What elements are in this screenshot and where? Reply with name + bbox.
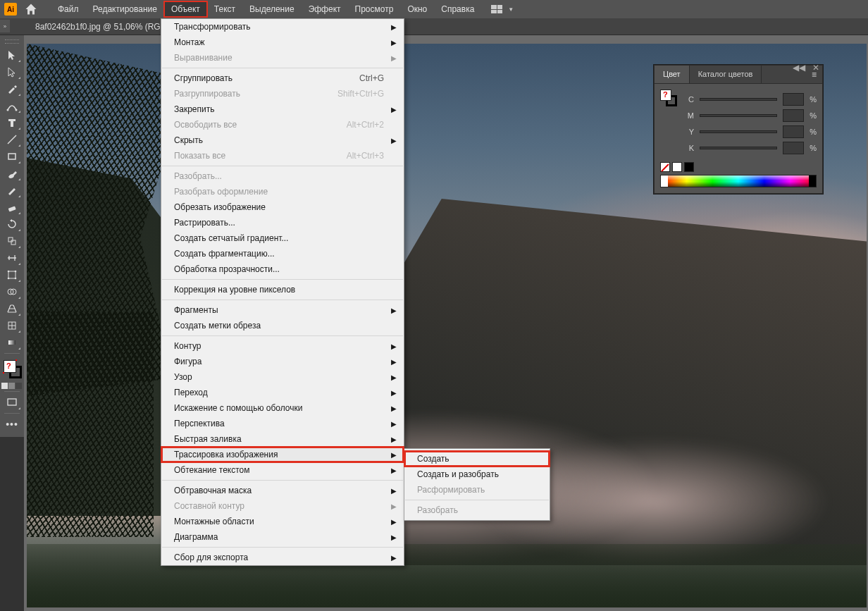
black-swatch[interactable] (684, 162, 694, 172)
slider-label: C (686, 95, 694, 104)
tool-rotate[interactable] (2, 216, 22, 233)
menu-item-закрепить[interactable]: Закрепить▶ (161, 101, 404, 117)
menu-item-обработка-прозрачности-[interactable]: Обработка прозрачности... (161, 261, 404, 277)
menu-эффект[interactable]: Эффект (302, 1, 348, 17)
slider-y[interactable]: Y% (686, 125, 817, 138)
menu-item-фигура[interactable]: Фигура▶ (161, 354, 404, 369)
tool-shape-builder[interactable] (2, 283, 22, 300)
screen-mode[interactable] (2, 394, 22, 411)
menu-текст[interactable]: Текст (207, 1, 242, 17)
slider-k[interactable]: K% (686, 142, 817, 154)
menu-item-создать-сетчатый-градиент-[interactable]: Создать сетчатый градиент... (161, 230, 404, 246)
tool-selection[interactable] (2, 47, 22, 63)
menu-объект[interactable]: Объект (164, 1, 207, 17)
svg-rect-3 (8, 206, 16, 211)
slider-value[interactable] (783, 125, 804, 138)
draw-mode-icons[interactable] (1, 383, 23, 389)
tool-perspective[interactable] (2, 300, 22, 317)
document-tab[interactable]: 8af02462b1f0.jpg @ 51,06% (RGB/ (27, 20, 177, 34)
tool-eraser[interactable] (2, 199, 22, 216)
menu-item-искажение-с-помощью-оболочки[interactable]: Искажение с помощью оболочки▶ (161, 400, 404, 416)
workspace-switcher[interactable]: ▼ (491, 5, 514, 13)
tool-line[interactable] (2, 131, 22, 148)
tool-width[interactable] (2, 249, 22, 266)
tool-pencil[interactable] (2, 182, 22, 199)
submenu-item-создать[interactable]: Создать (404, 451, 550, 467)
menu-item-сгруппировать[interactable]: СгруппироватьCtrl+G (161, 70, 404, 86)
tool-type[interactable] (2, 114, 22, 131)
menu-item-разгруппировать: РазгруппироватьShift+Ctrl+G (161, 86, 404, 101)
panel-collapse-icon[interactable]: ◀◀ (793, 63, 805, 73)
fill-stroke-swatch[interactable] (660, 90, 677, 106)
menu-item-трансформировать[interactable]: Трансформировать▶ (161, 19, 404, 35)
document-tabbar: 8af02462b1f0.jpg @ 51,06% (RGB/ (0, 18, 868, 35)
slider-c[interactable]: C% (686, 93, 817, 106)
menu-item-быстрая-заливка[interactable]: Быстрая заливка▶ (161, 431, 404, 447)
menu-просмотр[interactable]: Просмотр (348, 1, 401, 17)
edit-toolbar[interactable]: ••• (2, 416, 22, 433)
fill-stroke-indicator[interactable]: ? (2, 359, 22, 378)
tool-rectangle[interactable] (2, 148, 22, 165)
submenu-arrow-icon: ▶ (391, 39, 397, 47)
menu-item-трассировка-изображения[interactable]: Трассировка изображения▶ (161, 447, 404, 462)
menu-справка[interactable]: Справка (434, 1, 481, 17)
tool-scale[interactable] (2, 233, 22, 249)
tool-free-transform[interactable] (2, 266, 22, 283)
menu-item-контур[interactable]: Контур▶ (161, 338, 404, 354)
submenu-arrow-icon: ▶ (391, 23, 397, 31)
tool-mesh[interactable] (2, 317, 22, 334)
menu-item-растрировать-[interactable]: Растрировать... (161, 215, 404, 230)
menu-item-скрыть[interactable]: Скрыть▶ (161, 132, 404, 148)
slider-track[interactable] (700, 147, 777, 149)
menu-item-обрезать-изображение[interactable]: Обрезать изображение (161, 199, 404, 215)
menu-редактирование[interactable]: Редактирование (86, 1, 164, 17)
slider-label: K (686, 144, 694, 152)
menu-item-диаграмма[interactable]: Диаграмма▶ (161, 529, 404, 545)
color-tab[interactable]: Цвет (655, 66, 690, 83)
tool-direct-selection[interactable] (2, 63, 22, 80)
tool-brush[interactable] (2, 165, 22, 182)
submenu-arrow-icon: ▶ (391, 502, 397, 510)
menu-item-создать-фрагментацию-[interactable]: Создать фрагментацию... (161, 246, 404, 261)
slider-track[interactable] (700, 98, 777, 101)
tool-gradient[interactable] (2, 334, 22, 351)
menu-item-составной-контур: Составной контур▶ (161, 498, 404, 514)
home-icon[interactable] (24, 2, 38, 16)
menu-item-обтекание-текстом[interactable]: Обтекание текстом▶ (161, 462, 404, 478)
menu-item-обтравочная-маска[interactable]: Обтравочная маска▶ (161, 483, 404, 498)
submenu-item-создать-и-разобрать[interactable]: Создать и разобрать (404, 467, 550, 482)
menu-окно[interactable]: Окно (400, 1, 434, 17)
color-panel[interactable]: ◀◀✕ Цвет Каталог цветов ≡ C%M%Y%K% (654, 65, 823, 194)
menu-item-монтаж[interactable]: Монтаж▶ (161, 35, 404, 50)
color-guide-tab[interactable]: Каталог цветов (690, 66, 762, 83)
menu-item-перспектива[interactable]: Перспектива▶ (161, 416, 404, 431)
slider-value[interactable] (783, 109, 804, 122)
slider-track[interactable] (700, 130, 777, 133)
slider-value[interactable] (783, 142, 804, 154)
menu-item-создать-метки-обреза[interactable]: Создать метки обреза (161, 318, 404, 333)
menu-item-коррекция-на-уровне-пикселов[interactable]: Коррекция на уровне пикселов (161, 282, 404, 297)
menu-item-сбор-для-экспорта[interactable]: Сбор для экспорта▶ (161, 550, 404, 565)
object-menu-dropdown: Трансформировать▶Монтаж▶Выравнивание▶Сгр… (161, 18, 404, 566)
none-swatch[interactable] (660, 162, 670, 172)
svg-rect-5 (11, 240, 16, 245)
slider-unit: % (810, 95, 817, 104)
menu-файл[interactable]: Файл (51, 1, 86, 17)
tool-curvature[interactable] (2, 97, 22, 114)
expand-panels-handle[interactable]: » (0, 20, 10, 32)
menu-item-фрагменты[interactable]: Фрагменты▶ (161, 302, 404, 318)
submenu-arrow-icon: ▶ (391, 533, 397, 541)
slider-m[interactable]: M% (686, 109, 817, 122)
tool-pen[interactable] (2, 80, 22, 97)
menu-item-монтажные-области[interactable]: Монтажные области▶ (161, 514, 404, 529)
slider-value[interactable] (783, 93, 804, 106)
svg-point-9 (8, 278, 10, 280)
slider-track[interactable] (700, 114, 777, 117)
menu-item-переход[interactable]: Переход▶ (161, 385, 404, 400)
white-swatch[interactable] (672, 162, 682, 172)
app-icon[interactable]: Ai (4, 3, 17, 16)
menu-выделение[interactable]: Выделение (242, 1, 302, 17)
color-spectrum[interactable] (660, 175, 817, 187)
panel-close-icon[interactable]: ✕ (812, 63, 819, 73)
menu-item-узор[interactable]: Узор▶ (161, 369, 404, 385)
